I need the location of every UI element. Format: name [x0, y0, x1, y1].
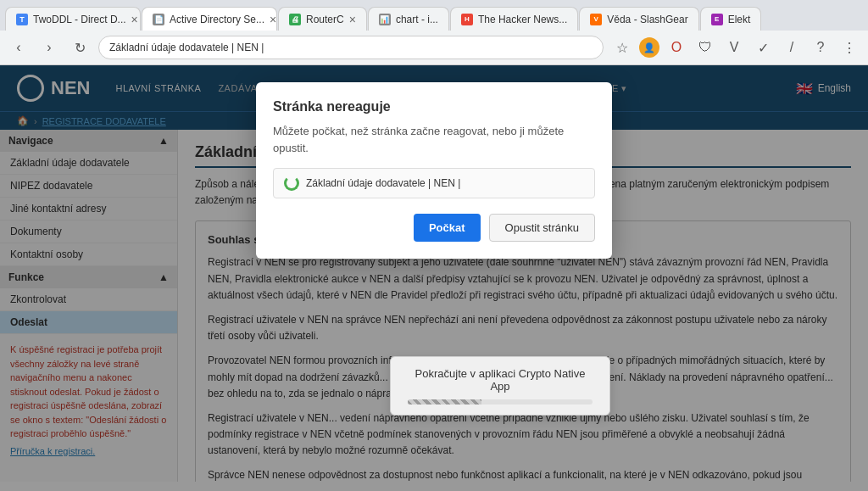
- loading-spinner: [284, 176, 299, 191]
- tab-close-active-directory[interactable]: ×: [270, 13, 276, 26]
- modal-dialog: Stránka nereaguje Můžete počkat, než str…: [256, 82, 612, 259]
- tab-router[interactable]: 🖨 RouterC ×: [278, 7, 367, 31]
- crypto-popup: Pokračujte v aplikaci Crypto Native App: [390, 356, 610, 416]
- tab-active-directory[interactable]: 📄 Active Directory Se... ×: [142, 7, 277, 31]
- crypto-progress-bar: [408, 399, 593, 405]
- browser-toolbar: ‹ › ↻ Základní údaje dodavatele | NEN | …: [0, 31, 868, 64]
- tab-favicon-chart: 📊: [379, 14, 391, 25]
- checkmark-icon[interactable]: ✓: [751, 36, 775, 59]
- tab-bar: T TwoDDL - Direct D... × 📄 Active Direct…: [0, 0, 868, 31]
- vpn-icon[interactable]: V: [722, 36, 746, 59]
- tab-favicon-router: 🖨: [289, 14, 301, 25]
- menu-icon[interactable]: ⋮: [837, 36, 861, 59]
- toolbar-icons: ☆ 👤 O 🛡 V ✓ / ? ⋮: [610, 36, 861, 59]
- tab-label-chart: chart - i...: [396, 14, 438, 25]
- modal-buttons: Počkat Opustit stránku: [273, 214, 595, 242]
- modal-addr-text: Základní údaje dodavatele | NEN |: [306, 177, 460, 189]
- tab-veda[interactable]: V Věda - SlashGear: [579, 7, 698, 31]
- tab-label-elekt: Elekt: [728, 14, 751, 25]
- crypto-progress-fill: [408, 399, 481, 405]
- opera-icon[interactable]: O: [665, 36, 688, 59]
- shield-icon[interactable]: 🛡: [693, 36, 717, 59]
- tab-label-hacker-news: The Hacker News...: [478, 14, 567, 25]
- forward-button[interactable]: ›: [37, 36, 61, 59]
- bookmark-icon[interactable]: ☆: [610, 36, 634, 59]
- address-text: Základní údaje dodavatele | NEN |: [109, 42, 264, 53]
- modal-title: Stránka nereaguje: [273, 99, 595, 114]
- tab-label-router: RouterC: [306, 14, 344, 25]
- modal-description: Můžete počkat, než stránka začne reagova…: [273, 123, 595, 156]
- address-bar[interactable]: Základní údaje dodavatele | NEN |: [98, 36, 604, 59]
- tab-elekt[interactable]: E Elekt: [700, 7, 762, 31]
- tab-label-twoDDL: TwoDDL - Direct D...: [33, 14, 126, 25]
- back-button[interactable]: ‹: [7, 36, 31, 59]
- tab-favicon-veda: V: [590, 14, 602, 25]
- tab-favicon-twoDDL: T: [16, 14, 28, 25]
- wait-button[interactable]: Počkat: [414, 214, 481, 242]
- modal-overlay: Stránka nereaguje Můžete počkat, než str…: [0, 65, 868, 491]
- tab-label-active-directory: Active Directory Se...: [170, 14, 264, 25]
- modal-address-bar: Základní údaje dodavatele | NEN |: [273, 168, 595, 198]
- tab-chart[interactable]: 📊 chart - i...: [368, 7, 449, 31]
- profile-icon[interactable]: 👤: [639, 37, 659, 58]
- tab-close-router[interactable]: ×: [349, 13, 356, 26]
- tab-twoDDL[interactable]: T TwoDDL - Direct D... ×: [5, 7, 141, 31]
- page: NEN HLAVNÍ STRÁNKA ZADÁVACÍ PROFILY ELEM…: [0, 65, 868, 491]
- tab-favicon-active-directory: 📄: [153, 14, 164, 25]
- reload-button[interactable]: ↻: [68, 36, 92, 59]
- crypto-popup-title: Pokračujte v aplikaci Crypto Native App: [408, 367, 593, 393]
- tab-favicon-elekt: E: [711, 14, 723, 25]
- slash-icon[interactable]: /: [780, 36, 804, 59]
- browser-chrome: T TwoDDL - Direct D... × 📄 Active Direct…: [0, 0, 868, 65]
- tab-close-twoDDL[interactable]: ×: [131, 13, 138, 26]
- tab-favicon-hacker-news: H: [461, 14, 473, 25]
- question-icon[interactable]: ?: [809, 36, 832, 59]
- tab-label-veda: Věda - SlashGear: [607, 14, 687, 25]
- tab-hacker-news[interactable]: H The Hacker News...: [450, 7, 578, 31]
- leave-button[interactable]: Opustit stránku: [489, 214, 595, 242]
